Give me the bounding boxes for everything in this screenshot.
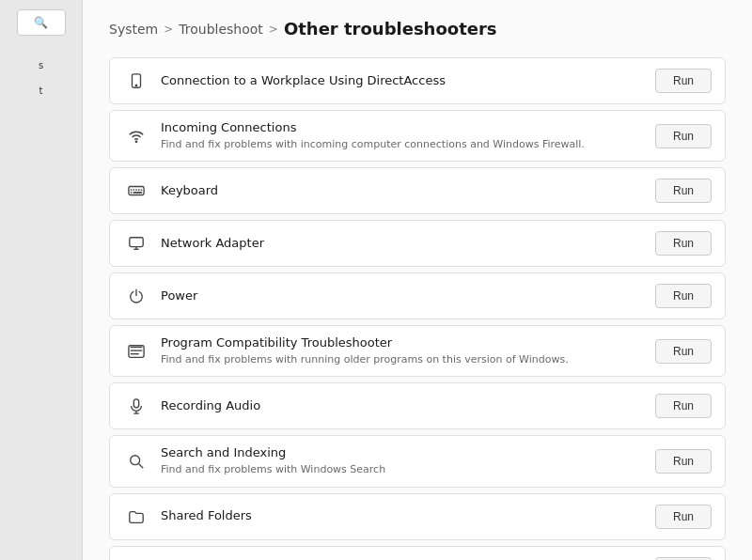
troubleshooter-item-video-playback: Video PlaybackRun xyxy=(109,546,726,560)
connection-workplace-title: Connection to a Workplace Using DirectAc… xyxy=(161,73,646,89)
network-adapter-run-button[interactable]: Run xyxy=(655,231,712,256)
svg-rect-19 xyxy=(133,399,138,408)
video-playback-icon xyxy=(123,556,149,560)
connection-workplace-content: Connection to a Workplace Using DirectAc… xyxy=(161,73,646,89)
troubleshooter-item-search-indexing: Search and IndexingFind and fix problems… xyxy=(109,435,726,487)
search-indexing-content: Search and IndexingFind and fix problems… xyxy=(161,445,646,476)
power-icon xyxy=(123,283,149,309)
power-content: Power xyxy=(161,288,646,304)
recording-audio-title: Recording Audio xyxy=(161,398,646,414)
sidebar: 🔍 s t xyxy=(0,0,83,560)
keyboard-run-button[interactable]: Run xyxy=(655,179,712,203)
troubleshooter-list: Connection to a Workplace Using DirectAc… xyxy=(109,57,726,560)
troubleshooter-item-recording-audio: Recording AudioRun xyxy=(109,382,726,429)
breadcrumb-troubleshoot[interactable]: Troubleshoot xyxy=(179,22,263,37)
incoming-connections-desc: Find and fix problems with incoming comp… xyxy=(161,138,646,151)
troubleshooter-item-power: PowerRun xyxy=(109,272,726,319)
program-compatibility-content: Program Compatibility TroubleshooterFind… xyxy=(161,335,646,366)
svg-point-1 xyxy=(135,85,136,86)
svg-point-2 xyxy=(135,141,136,142)
incoming-connections-content: Incoming ConnectionsFind and fix problem… xyxy=(161,120,646,151)
network-adapter-title: Network Adapter xyxy=(161,236,646,252)
power-run-button[interactable]: Run xyxy=(655,284,712,308)
recording-audio-icon xyxy=(123,393,149,419)
sidebar-item-s[interactable]: s xyxy=(8,54,75,76)
video-playback-run-button[interactable]: Run xyxy=(655,557,712,560)
troubleshooter-item-shared-folders: Shared FoldersRun xyxy=(109,493,726,540)
breadcrumb-sep1: > xyxy=(164,23,173,36)
keyboard-title: Keyboard xyxy=(161,183,646,199)
search-indexing-run-button[interactable]: Run xyxy=(655,449,712,474)
program-compatibility-desc: Find and fix problems with running older… xyxy=(161,353,646,366)
shared-folders-title: Shared Folders xyxy=(161,508,646,524)
keyboard-icon xyxy=(123,178,149,204)
troubleshooter-item-connection-workplace: Connection to a Workplace Using DirectAc… xyxy=(109,57,726,104)
incoming-connections-title: Incoming Connections xyxy=(161,120,646,136)
search-indexing-icon xyxy=(123,448,149,474)
program-compatibility-icon xyxy=(123,338,149,365)
power-title: Power xyxy=(161,288,646,304)
network-adapter-content: Network Adapter xyxy=(161,236,646,252)
shared-folders-run-button[interactable]: Run xyxy=(655,505,712,529)
breadcrumb: System > Troubleshoot > Other troublesho… xyxy=(109,19,726,39)
program-compatibility-title: Program Compatibility Troubleshooter xyxy=(161,335,646,351)
main-content: System > Troubleshoot > Other troublesho… xyxy=(83,0,752,560)
sidebar-item-t[interactable]: t xyxy=(8,80,75,101)
svg-line-23 xyxy=(139,464,144,469)
troubleshooter-item-keyboard: KeyboardRun xyxy=(109,167,726,214)
shared-folders-icon xyxy=(123,504,149,530)
breadcrumb-sep2: > xyxy=(269,23,278,36)
recording-audio-content: Recording Audio xyxy=(161,398,646,414)
keyboard-content: Keyboard xyxy=(161,183,646,199)
troubleshooter-item-network-adapter: Network AdapterRun xyxy=(109,220,726,267)
program-compatibility-run-button[interactable]: Run xyxy=(655,339,712,364)
shared-folders-content: Shared Folders xyxy=(161,508,646,524)
svg-point-22 xyxy=(131,456,140,465)
incoming-connections-run-button[interactable]: Run xyxy=(655,124,712,148)
connection-workplace-icon xyxy=(123,68,149,94)
search-box[interactable]: 🔍 xyxy=(17,9,66,36)
breadcrumb-system[interactable]: System xyxy=(109,22,158,37)
incoming-connections-icon xyxy=(123,123,149,149)
search-indexing-title: Search and Indexing xyxy=(161,445,646,461)
svg-rect-11 xyxy=(130,238,143,247)
search-indexing-desc: Find and fix problems with Windows Searc… xyxy=(161,463,646,476)
breadcrumb-current: Other troubleshooters xyxy=(284,19,497,39)
troubleshooter-item-incoming-connections: Incoming ConnectionsFind and fix problem… xyxy=(109,110,726,162)
network-adapter-icon xyxy=(123,230,149,257)
connection-workplace-run-button[interactable]: Run xyxy=(655,69,712,93)
recording-audio-run-button[interactable]: Run xyxy=(655,394,712,418)
troubleshooter-item-program-compatibility: Program Compatibility TroubleshooterFind… xyxy=(109,325,726,377)
search-icon: 🔍 xyxy=(34,16,48,29)
